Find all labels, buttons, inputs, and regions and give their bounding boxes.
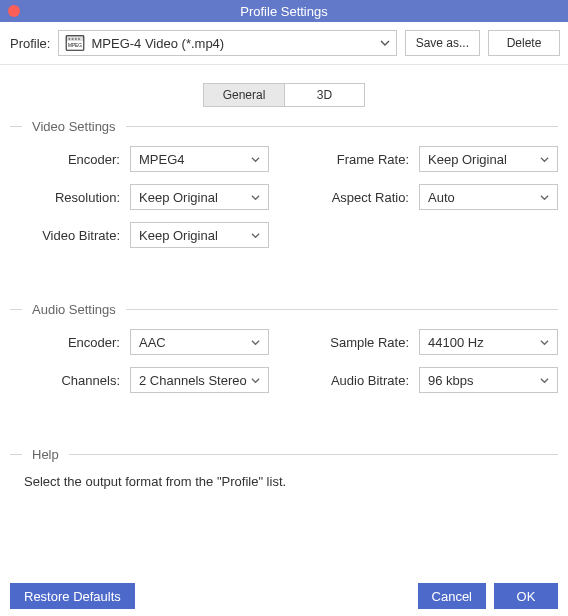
- audio-bitrate-label: Audio Bitrate:: [299, 373, 409, 388]
- restore-defaults-button[interactable]: Restore Defaults: [10, 583, 135, 609]
- video-bitrate-label: Video Bitrate:: [10, 228, 120, 243]
- sample-rate-value: 44100 Hz: [428, 335, 484, 350]
- profile-select[interactable]: MPEG MPEG-4 Video (*.mp4): [58, 30, 396, 56]
- aspect-ratio-select[interactable]: Auto: [419, 184, 558, 210]
- delete-button[interactable]: Delete: [488, 30, 560, 56]
- chevron-down-icon: [251, 193, 260, 202]
- help-text: Select the output format from the "Profi…: [24, 474, 544, 489]
- cancel-button[interactable]: Cancel: [418, 583, 486, 609]
- frame-rate-label: Frame Rate:: [299, 152, 409, 167]
- zoom-icon: [46, 5, 58, 17]
- video-bitrate-value: Keep Original: [139, 228, 218, 243]
- chevron-down-icon: [540, 338, 549, 347]
- ok-button[interactable]: OK: [494, 583, 558, 609]
- aspect-ratio-label: Aspect Ratio:: [299, 190, 409, 205]
- resolution-label: Resolution:: [10, 190, 120, 205]
- audio-encoder-value: AAC: [139, 335, 166, 350]
- help-group: Help Select the output format from the "…: [10, 447, 558, 489]
- tab-3d[interactable]: 3D: [284, 84, 364, 106]
- video-encoder-label: Encoder:: [10, 152, 120, 167]
- chevron-down-icon: [251, 376, 260, 385]
- tab-segmented: General 3D: [203, 83, 365, 107]
- video-settings-title: Video Settings: [32, 119, 116, 134]
- frame-rate-select[interactable]: Keep Original: [419, 146, 558, 172]
- chevron-down-icon: [540, 193, 549, 202]
- video-settings-group: Video Settings Encoder: MPEG4 Frame Rate…: [10, 119, 558, 260]
- video-encoder-value: MPEG4: [139, 152, 185, 167]
- window-title: Profile Settings: [240, 4, 327, 19]
- frame-rate-value: Keep Original: [428, 152, 507, 167]
- audio-settings-title: Audio Settings: [32, 302, 116, 317]
- tabs: General 3D: [0, 83, 568, 107]
- channels-value: 2 Channels Stereo: [139, 373, 247, 388]
- chevron-down-icon: [251, 155, 260, 164]
- chevron-down-icon: [380, 38, 390, 48]
- help-title: Help: [32, 447, 59, 462]
- chevron-down-icon: [540, 376, 549, 385]
- profile-label: Profile:: [10, 36, 50, 51]
- svg-text:MPEG: MPEG: [68, 43, 82, 48]
- sample-rate-select[interactable]: 44100 Hz: [419, 329, 558, 355]
- profile-bar: Profile: MPEG MPEG-4 Video (*.mp4) Save …: [0, 22, 568, 65]
- resolution-value: Keep Original: [139, 190, 218, 205]
- audio-encoder-select[interactable]: AAC: [130, 329, 269, 355]
- audio-bitrate-value: 96 kbps: [428, 373, 474, 388]
- audio-settings-group: Audio Settings Encoder: AAC Sample Rate:…: [10, 302, 558, 405]
- aspect-ratio-value: Auto: [428, 190, 455, 205]
- chevron-down-icon: [251, 231, 260, 240]
- video-bitrate-select[interactable]: Keep Original: [130, 222, 269, 248]
- channels-label: Channels:: [10, 373, 120, 388]
- profile-selected-value: MPEG-4 Video (*.mp4): [91, 36, 373, 51]
- audio-bitrate-select[interactable]: 96 kbps: [419, 367, 558, 393]
- footer: Restore Defaults Cancel OK: [0, 576, 568, 616]
- close-icon[interactable]: [8, 5, 20, 17]
- video-encoder-select[interactable]: MPEG4: [130, 146, 269, 172]
- tab-general[interactable]: General: [204, 84, 284, 106]
- window-controls: [8, 5, 58, 17]
- titlebar: Profile Settings: [0, 0, 568, 22]
- audio-encoder-label: Encoder:: [10, 335, 120, 350]
- mpeg-icon: MPEG: [65, 35, 85, 51]
- minimize-icon: [27, 5, 39, 17]
- channels-select[interactable]: 2 Channels Stereo: [130, 367, 269, 393]
- svg-rect-1: [67, 36, 85, 41]
- save-as-button[interactable]: Save as...: [405, 30, 480, 56]
- chevron-down-icon: [540, 155, 549, 164]
- sample-rate-label: Sample Rate:: [299, 335, 409, 350]
- chevron-down-icon: [251, 338, 260, 347]
- resolution-select[interactable]: Keep Original: [130, 184, 269, 210]
